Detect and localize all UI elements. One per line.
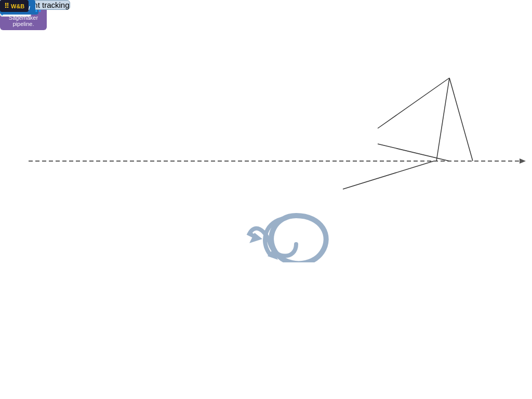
- diagram-canvas: Apache Airflow METAFLOW Sagemaker pipeli…: [0, 0, 532, 399]
- svg-line-7: [378, 78, 449, 128]
- training-arrow: [239, 210, 353, 262]
- svg-line-5: [449, 78, 473, 161]
- wb-logo-bottom: ⠿ W&B: [0, 0, 29, 12]
- svg-line-6: [436, 78, 449, 161]
- svg-line-8: [378, 144, 449, 161]
- svg-marker-1: [520, 158, 526, 164]
- svg-line-4: [343, 161, 434, 189]
- svg-marker-13: [268, 249, 278, 260]
- svg-marker-3: [249, 233, 262, 243]
